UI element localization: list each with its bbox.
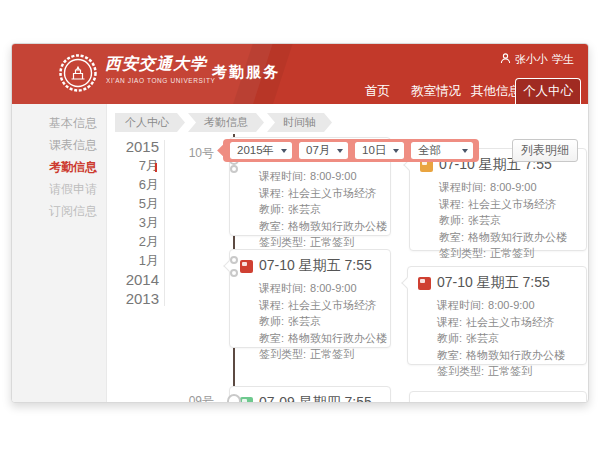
timeline-node-small-2 (230, 256, 238, 264)
university-name-cn: 西安交通大学 (105, 54, 207, 75)
signin-type-icon (418, 277, 431, 290)
timeline-entry-mar[interactable]: 3月 (112, 213, 159, 232)
app-title: 考勤服务 (212, 63, 280, 82)
university-logo-icon (58, 53, 98, 97)
breadcrumb-attendance-info[interactable]: 考勤信息 (188, 113, 264, 132)
timeline-entry-2015[interactable]: 2015 (112, 137, 159, 156)
page: 西安交通大学 XI'AN JIAO TONG UNIVERSITY 考勤服务 张… (0, 0, 600, 450)
current-month-marker (155, 163, 157, 172)
card-field: 教室:格物致知行政办公楼 (439, 229, 576, 246)
card-field: 课程时间:8:00-9:00 (259, 280, 380, 297)
timeline-entry-2014[interactable]: 2014 (112, 270, 159, 289)
month-select[interactable]: 07月 (299, 142, 348, 159)
day-marker-09: 09号 (176, 393, 214, 403)
user-info[interactable]: 张小小 学生 (500, 52, 574, 67)
signin-type-icon (240, 397, 253, 404)
nav-home[interactable]: 首页 (365, 83, 390, 100)
timeline-year-list: 2015 7月 6月 5月 3月 2月 1月 2014 2013 (112, 137, 159, 308)
card-field: 签到类型:正常签到 (259, 346, 380, 363)
sidebar-item-basic-info[interactable]: 基本信息 (12, 112, 106, 134)
year-list-separator (164, 140, 165, 306)
nav-personal-center-active-tab[interactable]: 个人中心 (515, 78, 581, 104)
card-field: 签到类型:正常签到 (439, 245, 576, 262)
timeline-entry-jan[interactable]: 1月 (112, 251, 159, 270)
chevron-down-icon (337, 149, 343, 153)
sidebar-item-schedule-info[interactable]: 课表信息 (12, 134, 106, 156)
card-field: 课程时间:8:00-9:00 (259, 168, 380, 185)
sidebar-item-subscription-info[interactable]: 订阅信息 (12, 200, 106, 222)
timeline-node-large-bottom (227, 394, 241, 403)
timeline-entry-jul[interactable]: 7月 (112, 156, 159, 175)
list-detail-button[interactable]: 列表明细 (512, 139, 578, 162)
timeline-entry-feb[interactable]: 2月 (112, 232, 159, 251)
attendance-card-row2-left[interactable]: 07-10 星期五 7:55 课程时间:8:00-9:00课程:社会主义市场经济… (229, 249, 391, 348)
breadcrumb: 个人中心 考勤信息 时间轴 (115, 113, 332, 132)
attendance-card-row3-right[interactable] (409, 391, 587, 403)
card-field: 课程:社会主义市场经济 (437, 314, 576, 331)
card-field: 签到类型:正常签到 (437, 363, 576, 380)
user-icon (500, 53, 511, 66)
card-field: 课程:社会主义市场经济 (259, 185, 380, 202)
header: 西安交通大学 XI'AN JIAO TONG UNIVERSITY 考勤服务 张… (12, 44, 588, 104)
attendance-card-row2-right[interactable]: 07-10 星期五 7:55 课程时间:8:00-9:00课程:社会主义市场经济… (407, 266, 587, 365)
timeline-entry-may[interactable]: 5月 (112, 194, 159, 213)
timeline-node-small-3 (230, 269, 238, 277)
day-marker-10: 10号 (176, 145, 214, 162)
card-field: 教室:格物致知行政办公楼 (259, 218, 380, 235)
breadcrumb-timeline[interactable]: 时间轴 (267, 113, 332, 132)
card-tail (401, 277, 412, 288)
card-field: 教师:张芸京 (437, 330, 576, 347)
nav-other-info[interactable]: 其他信息 (471, 83, 521, 100)
timeline-node-small-1 (230, 165, 238, 173)
sidebar: 基本信息 课表信息 考勤信息 请假申请 订阅信息 (12, 104, 107, 403)
day-select[interactable]: 10日 (355, 142, 404, 159)
card-field: 课程:社会主义市场经济 (439, 196, 576, 213)
attendance-card-row3-left[interactable]: 07-09 星期四 7:55 (229, 386, 391, 403)
breadcrumb-personal-center[interactable]: 个人中心 (115, 113, 185, 132)
user-name: 张小小 (515, 52, 548, 67)
sidebar-item-attendance-info[interactable]: 考勤信息 (12, 156, 106, 178)
card-field: 教室:格物致知行政办公楼 (437, 347, 576, 364)
card-title: 07-10 星期五 7:55 (240, 257, 380, 275)
timeline-entry-jun[interactable]: 6月 (112, 175, 159, 194)
filter-bar: 2015年 07月 10日 全部 (223, 139, 479, 162)
card-title: 07-09 星期四 7:55 (240, 394, 380, 403)
sidebar-item-leave-request[interactable]: 请假申请 (12, 178, 106, 200)
user-role: 学生 (552, 52, 574, 67)
university-name-en: XI'AN JIAO TONG UNIVERSITY (106, 77, 215, 84)
year-select[interactable]: 2015年 (230, 142, 292, 159)
card-field: 教师:张芸京 (259, 313, 380, 330)
card-title: 07-10 星期五 7:55 (418, 274, 576, 292)
timeline-entry-2013[interactable]: 2013 (112, 289, 159, 308)
card-field: 课程:社会主义市场经济 (259, 297, 380, 314)
card-field: 课程时间:8:00-9:00 (439, 179, 576, 196)
nav-classrooms[interactable]: 教室情况 (411, 83, 461, 100)
chevron-down-icon (393, 149, 399, 153)
card-field: 教室:格物致知行政办公楼 (259, 330, 380, 347)
card-field: 课程时间:8:00-9:00 (437, 297, 576, 314)
chevron-down-icon (462, 149, 468, 153)
signin-type-icon (240, 260, 253, 273)
attendance-card-row1-right[interactable]: 07-10 星期五 7:55 课程时间:8:00-9:00课程:社会主义市场经济… (409, 148, 587, 251)
chevron-down-icon (281, 149, 287, 153)
type-select[interactable]: 全部 (411, 142, 473, 159)
card-field: 教师:张芸京 (259, 201, 380, 218)
card-field: 教师:张芸京 (439, 212, 576, 229)
app-window: 西安交通大学 XI'AN JIAO TONG UNIVERSITY 考勤服务 张… (11, 43, 589, 403)
